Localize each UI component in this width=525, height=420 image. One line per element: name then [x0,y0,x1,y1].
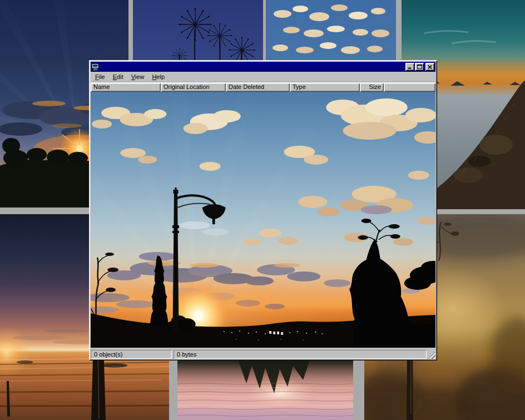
sunset-photo [91,92,435,348]
status-bytes: 0 bytes [174,350,427,359]
recycle-bin-window: File Edit View Help Name Original Locati… [89,60,437,360]
window-titlebar[interactable] [91,62,435,72]
close-icon [428,65,432,69]
minimize-button[interactable] [405,63,414,71]
column-header-type[interactable]: Type [290,83,360,92]
column-header-size[interactable]: Size [360,83,384,92]
column-header-date-deleted[interactable]: Date Deleted [226,83,290,92]
status-objects: 0 object(s) [91,350,172,359]
menu-item-edit[interactable]: Edit [109,72,127,81]
maximize-button[interactable] [415,63,424,71]
column-header-filler [384,83,435,92]
menu-item-help[interactable]: Help [148,72,169,81]
maximize-icon [417,65,422,69]
column-header-row: Name Original Location Date Deleted Type… [91,83,435,92]
close-button[interactable] [425,63,434,71]
resize-grip[interactable] [428,352,435,359]
column-header-name[interactable]: Name [91,83,161,92]
menu-item-view[interactable]: View [127,72,148,81]
menu-bar: File Edit View Help [91,72,435,82]
minimize-icon [408,65,412,69]
status-bar: 0 object(s) 0 bytes [91,348,435,359]
photo-viewport [91,92,435,348]
computer-icon[interactable] [92,63,100,71]
menu-item-file[interactable]: File [91,72,109,81]
column-header-original-location[interactable]: Original Location [161,83,226,92]
